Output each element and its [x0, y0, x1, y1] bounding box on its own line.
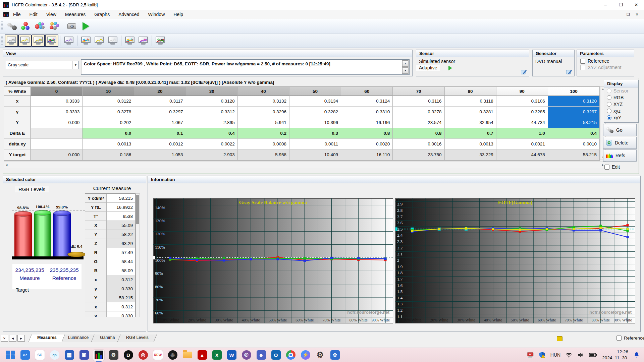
tab-rgb-levels[interactable]: RGB Levels: [117, 335, 157, 342]
info-scroll-down-button[interactable]: ▼: [402, 67, 409, 74]
bottom-reference-checkbox-row[interactable]: Reference: [616, 336, 644, 341]
refs-button[interactable]: Refs: [603, 149, 637, 162]
table-cell[interactable]: 2.895: [186, 117, 238, 128]
column-header-100[interactable]: 100: [548, 87, 600, 96]
mdi-minimize-button[interactable]: —: [616, 11, 623, 18]
table-cell[interactable]: 16.196: [341, 117, 393, 128]
configure-generator-icon[interactable]: [566, 69, 572, 74]
tab-scroll-right-button[interactable]: ►: [17, 335, 25, 342]
chart-app[interactable]: ▦: [64, 350, 75, 361]
d-app[interactable]: D: [123, 350, 134, 361]
table-cell[interactable]: 0.2: [238, 128, 289, 139]
table-cell[interactable]: 0.3278: [393, 107, 444, 117]
messenger-app[interactable]: ⚡: [300, 350, 311, 361]
table-cell[interactable]: 0.3310: [341, 107, 393, 117]
table-cell[interactable]: 0.0013: [445, 139, 496, 149]
table-cell[interactable]: 0.3106: [496, 96, 548, 107]
current-measure-scrollbar[interactable]: [136, 193, 140, 317]
cam-app[interactable]: ◉: [167, 350, 178, 361]
table-cell[interactable]: 0.0008: [238, 139, 289, 149]
table-cell[interactable]: 0.3120: [548, 96, 600, 107]
display-radio-rgb[interactable]: RGB: [604, 94, 638, 101]
edit-checkbox[interactable]: [604, 165, 609, 170]
menu-file[interactable]: File: [9, 10, 25, 18]
measure-secondaries-button[interactable]: [33, 20, 47, 33]
table-cell[interactable]: 1.067: [134, 117, 186, 128]
gear-app[interactable]: ⚙: [108, 350, 119, 361]
arrow-app[interactable]: ↩: [19, 350, 31, 361]
minimize-button[interactable]: –: [598, 0, 613, 10]
acrobat-app[interactable]: ▲: [197, 350, 208, 361]
radio-icon[interactable]: [607, 109, 611, 113]
tray-clock[interactable]: 12:26 2024. 11. 30.: [602, 349, 628, 361]
volume-icon[interactable]: [577, 352, 584, 358]
table-cell[interactable]: 0.3333: [31, 107, 83, 117]
table-cell[interactable]: 0.0016: [393, 139, 444, 149]
table-cell[interactable]: 0.7: [445, 128, 496, 139]
table-cell[interactable]: 0.3333: [31, 96, 83, 107]
info-scroll-up-button[interactable]: ▲: [402, 60, 409, 67]
close-button[interactable]: ✕: [629, 0, 644, 10]
table-cell[interactable]: 0.000: [31, 149, 83, 160]
table-cell[interactable]: 0.4: [548, 128, 600, 139]
battery-icon[interactable]: [589, 353, 597, 357]
qbittorrent-app[interactable]: qb: [49, 350, 60, 361]
radio-icon[interactable]: [607, 115, 611, 120]
table-cell[interactable]: 58.215: [548, 117, 600, 128]
table-cell[interactable]: [31, 128, 83, 139]
column-header-90[interactable]: 90: [496, 87, 548, 96]
table-cell[interactable]: 0.0011: [289, 139, 341, 149]
hcfr-app[interactable]: [93, 350, 104, 361]
menu-window[interactable]: Window: [144, 10, 169, 18]
measure-all-button[interactable]: [47, 20, 61, 33]
rew-app[interactable]: REW: [152, 350, 163, 361]
radio-icon[interactable]: [607, 102, 611, 107]
table-cell[interactable]: 0.3118: [445, 96, 496, 107]
view-measures-grid-button[interactable]: [5, 35, 18, 47]
table-cell[interactable]: 1.0: [496, 128, 548, 139]
menu-view[interactable]: View: [42, 10, 61, 18]
view-free-button[interactable]: [106, 35, 119, 47]
delete-button[interactable]: ♻ Delete: [603, 137, 637, 149]
sc-tray-icon[interactable]: SC: [527, 352, 534, 358]
table-cell[interactable]: 0.3132: [238, 96, 289, 107]
table-cell[interactable]: 0.000: [31, 117, 83, 128]
menu-graphs[interactable]: Graphs: [90, 10, 114, 18]
table-cell[interactable]: 0.1: [134, 128, 186, 139]
mdi-restore-button[interactable]: ❐: [625, 11, 632, 18]
display-radio-xyz[interactable]: XYZ: [604, 101, 638, 108]
column-header-40[interactable]: 40: [238, 87, 289, 96]
table-cell[interactable]: 44.678: [496, 149, 548, 160]
table-cell[interactable]: 0.3281: [445, 107, 496, 117]
view-multi2-button[interactable]: [137, 35, 150, 47]
table-cell[interactable]: 0.0013: [83, 139, 134, 149]
column-header-70[interactable]: 70: [393, 87, 444, 96]
column-header-80[interactable]: 80: [445, 87, 496, 96]
table-cell[interactable]: 0.0021: [496, 139, 548, 149]
table-cell[interactable]: 0.3134: [289, 96, 341, 107]
table-cell[interactable]: 0.3282: [289, 107, 341, 117]
view-luminance-button[interactable]: [18, 35, 32, 47]
table-cell[interactable]: 0.0: [83, 128, 134, 139]
photos-app[interactable]: ✿: [329, 350, 340, 361]
table-cell[interactable]: 10.409: [289, 149, 341, 160]
mdi-close-button[interactable]: ✕: [633, 11, 641, 18]
column-header-60[interactable]: 60: [341, 87, 393, 96]
start-button[interactable]: [5, 350, 16, 361]
save-app[interactable]: ▣: [78, 350, 90, 361]
keyboard-language-indicator[interactable]: HUN: [550, 352, 560, 358]
table-cell[interactable]: 23.574: [393, 117, 444, 128]
outlook-app[interactable]: O: [270, 350, 281, 361]
column-header-0[interactable]: 0: [31, 87, 83, 96]
table-cell[interactable]: 0.3285: [496, 107, 548, 117]
view-cie-chart-button[interactable]: [79, 35, 93, 47]
reference-checkbox-row[interactable]: Reference: [577, 57, 634, 64]
table-cell[interactable]: 0.0010: [548, 139, 600, 149]
teams-app[interactable]: ☻: [256, 350, 267, 361]
display-radio-xyy[interactable]: xyY: [604, 114, 638, 121]
table-cell[interactable]: 0.3117: [134, 96, 186, 107]
table-cell[interactable]: 0.3312: [186, 107, 238, 117]
table-horizontal-scrollbar[interactable]: ◄►: [4, 162, 606, 168]
view-rgb-levels-button[interactable]: [45, 35, 58, 47]
excel-app[interactable]: X: [211, 350, 222, 361]
